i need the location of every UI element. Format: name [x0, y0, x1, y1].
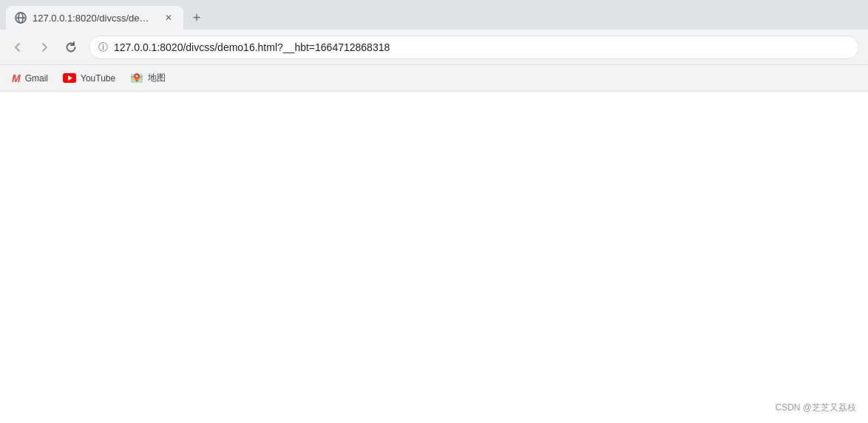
forward-button[interactable] [33, 35, 56, 59]
info-icon: ⓘ [98, 41, 108, 54]
toolbar: ⓘ 127.0.0.1:8020/divcss/demo16.html?__hb… [0, 30, 868, 65]
browser-window: 127.0.0.1:8020/divcss/demo16 ✕ + ⓘ 127.0… [0, 0, 868, 423]
new-tab-button[interactable]: + [186, 7, 207, 28]
page-content: CSDN @芝芝又荔枝 [0, 92, 868, 423]
bookmark-youtube[interactable]: YouTube [57, 70, 121, 87]
tab-bar: 127.0.0.1:8020/divcss/demo16 ✕ + [0, 0, 868, 30]
bookmark-maps-label: 地图 [148, 72, 166, 84]
watermark: CSDN @芝芝又荔枝 [775, 402, 856, 414]
tab-close-button[interactable]: ✕ [163, 12, 174, 24]
address-text: 127.0.0.1:8020/divcss/demo16.html?__hbt=… [114, 41, 850, 53]
tab-favicon [15, 12, 27, 24]
bookmark-gmail[interactable]: M Gmail [6, 70, 54, 87]
svg-point-6 [136, 75, 138, 77]
bookmarks-bar: M Gmail YouTube 地图 [0, 65, 868, 92]
tab-title: 127.0.0.1:8020/divcss/demo16 [33, 13, 157, 24]
forward-icon [38, 41, 50, 53]
back-button[interactable] [6, 35, 30, 59]
reload-icon [65, 41, 77, 53]
reload-button[interactable] [59, 35, 83, 59]
address-bar[interactable]: ⓘ 127.0.0.1:8020/divcss/demo16.html?__hb… [89, 35, 859, 59]
youtube-icon [63, 73, 76, 83]
maps-icon [130, 72, 143, 85]
bookmark-youtube-label: YouTube [81, 73, 115, 84]
back-icon [12, 41, 24, 53]
bookmark-maps[interactable]: 地图 [124, 69, 172, 88]
bookmark-gmail-label: Gmail [25, 73, 48, 84]
gmail-icon: M [12, 72, 21, 84]
active-tab[interactable]: 127.0.0.1:8020/divcss/demo16 ✕ [6, 6, 183, 30]
